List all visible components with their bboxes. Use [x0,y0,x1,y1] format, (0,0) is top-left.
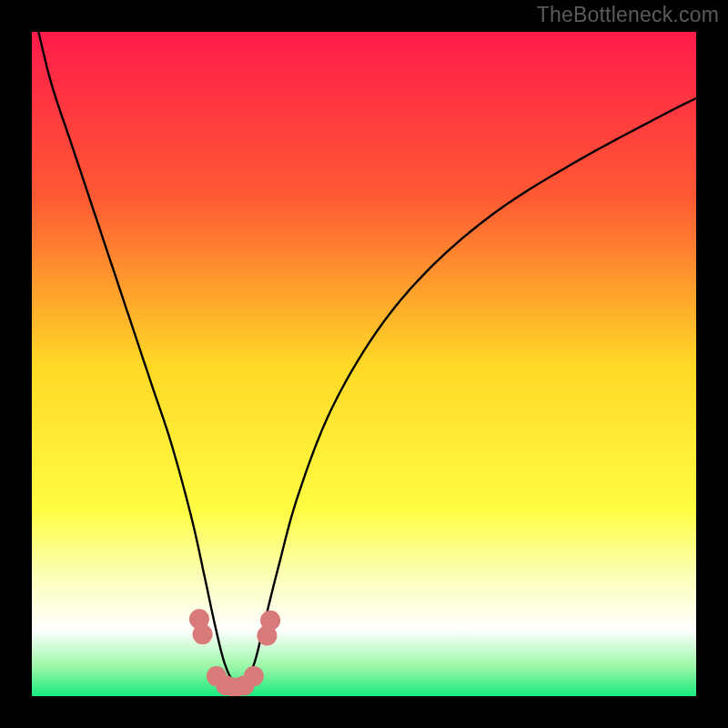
plot-area [32,32,696,696]
chart-container: TheBottleneck.com [0,0,728,728]
gradient-background [32,32,696,696]
chart-svg [32,32,696,696]
highlight-dot [244,666,264,686]
highlight-dot [260,611,280,631]
highlight-dot [193,624,213,644]
watermark-text: TheBottleneck.com [537,3,719,27]
